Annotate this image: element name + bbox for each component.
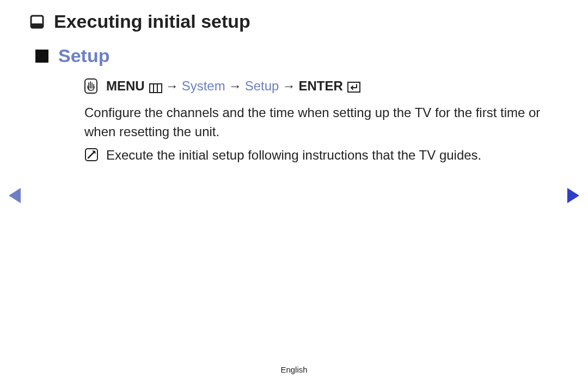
note-icon [84,148,99,162]
body-paragraph: Configure the channels and the time when… [84,103,558,142]
chevron-left-icon [9,188,21,203]
arrow-1: → [166,78,179,94]
svg-rect-2 [85,79,97,93]
hand-icon [84,78,97,94]
path-setup: Setup [245,78,279,94]
next-page-button[interactable] [567,188,579,203]
svg-rect-1 [31,23,43,28]
menu-label: MENU [106,78,145,94]
section-heading: Setup [35,45,558,66]
section-title: Setup [58,45,109,66]
arrow-3: → [282,78,295,94]
enter-icon [347,81,360,92]
menu-icon [149,81,162,91]
enter-label: ENTER [298,78,342,94]
section-bullet-icon [35,50,48,63]
note-text: Execute the initial setup following inst… [106,146,481,165]
prev-page-button[interactable] [9,188,21,203]
path-system: System [182,78,225,94]
arrow-2: → [229,78,242,94]
footer-language: English [0,365,588,374]
svg-rect-3 [150,84,162,93]
note-row: Execute the initial setup following inst… [84,146,558,165]
breadcrumb-path: MENU → System → Setup → ENTER [84,78,558,94]
chevron-right-icon [567,188,579,203]
chapter-title: Executing initial setup [54,11,250,32]
chapter-icon [30,15,44,29]
chapter-heading: Executing initial setup [30,11,558,32]
